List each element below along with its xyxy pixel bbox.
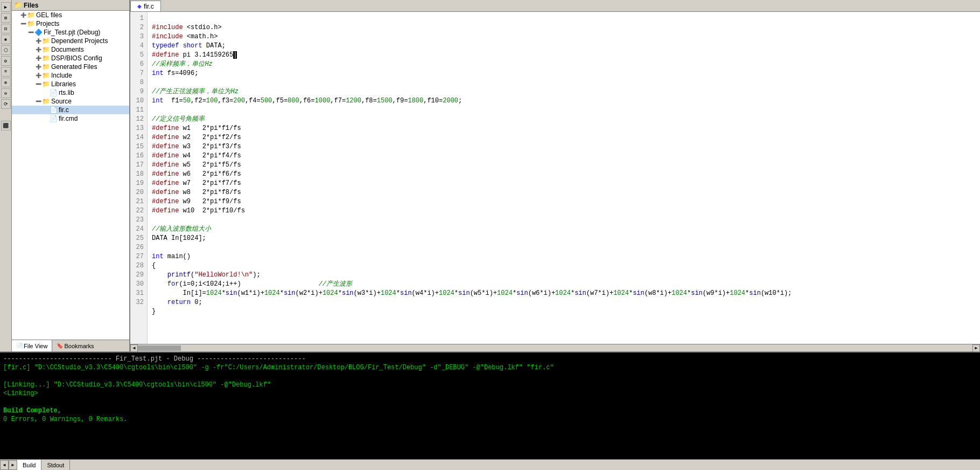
file-icon: 📄: [50, 106, 58, 114]
sidebar-icon-10[interactable]: ⟳: [1, 99, 11, 109]
file-tree-panel: 📁 Files ➕ 📁 GEL files ➖ 📁 Projects: [12, 0, 130, 351]
sidebar-icon-5[interactable]: ⬡: [1, 45, 11, 55]
sidebar-icon-2[interactable]: ⊞: [1, 13, 11, 23]
editor-tab-bar: ◆ fir.c: [130, 0, 980, 12]
bookmarks-icon: 🔖: [57, 343, 63, 349]
code-line-2: #include <math.h>: [152, 33, 218, 40]
folder-icon: 📁: [42, 98, 50, 105]
tree-item-generated-files[interactable]: ➕ 📁 Generated Files: [12, 63, 129, 71]
icon-sidebar: ▶ ⊞ ⊟ ✱ ⬡ ⚙ ≡ ⊕ ⊖ ⟳ ⬛: [0, 0, 12, 351]
tree-item-gel-files[interactable]: ➕ 📁 GEL files: [12, 11, 129, 19]
code-line-28: printf("HelloWorld!\n");: [152, 271, 261, 279]
editor-hscroll[interactable]: ◀ ▶: [130, 344, 980, 351]
file-view-label: File View: [24, 343, 47, 349]
tree-item-include[interactable]: ➕ 📁 Include: [12, 71, 129, 80]
documents-label: Documents: [51, 46, 84, 53]
console-line-6: [3, 398, 977, 406]
tree-item-fir-cmd[interactable]: 📄 fir.cmd: [12, 114, 129, 123]
expand-icon: ➖: [36, 99, 42, 104]
code-line-20: #define w9 2*pi*f9/fs: [152, 198, 241, 205]
tab-file-view[interactable]: 📄 File View: [12, 340, 52, 351]
sidebar-icon-4[interactable]: ✱: [1, 34, 11, 44]
sidebar-icon-3[interactable]: ⊟: [1, 24, 11, 33]
tab-bookmarks[interactable]: 🔖 Bookmarks: [52, 340, 98, 351]
file-icon: 📄: [50, 115, 58, 122]
code-line-23: //输入波形数组大小: [152, 225, 211, 233]
sidebar-icon-11[interactable]: ⬛: [1, 121, 11, 130]
tree-item-dep-projects[interactable]: ➕ 📁 Dependent Projects: [12, 37, 129, 45]
sidebar-icon-7[interactable]: ≡: [1, 67, 11, 77]
file-icon: 📄: [50, 89, 58, 96]
console-footer: ◀ ▶ Build Stdout: [0, 459, 980, 470]
code-line-21: #define w10 2*pi*f10/fs: [152, 207, 245, 215]
tree-item-fir-c[interactable]: 📄 fir.c: [12, 106, 129, 114]
sidebar-icon-6[interactable]: ⚙: [1, 56, 11, 66]
hscroll-track[interactable]: [138, 344, 972, 352]
file-tree-header: 📁 Files: [12, 0, 129, 11]
code-line-5: //采样频率，单位Hz: [152, 60, 213, 68]
line-numbers: 1 2 3 4 5 6 7 8 9 10 11 12 13 14 15 16 1…: [130, 12, 148, 344]
projects-label: Projects: [36, 20, 59, 27]
console-line-2: [fir.c] "D:\CCStudio_v3.3\C5400\cgtools\…: [3, 363, 977, 372]
console-line-1: ---------------------------- Fir_Test.pj…: [3, 355, 977, 363]
console-scroll-right[interactable]: ▶: [9, 460, 17, 470]
folder-icon: 📁: [42, 80, 50, 88]
console-text-4: [Linking...] "D:\CCStudio_v3.3\C5400\cgt…: [3, 381, 271, 389]
folder-icon: 📁: [42, 72, 50, 79]
tree-item-dsp-bios[interactable]: ➕ 📁 DSP/BIOS Config: [12, 54, 129, 63]
expand-icon: ➖: [36, 81, 42, 87]
console-text-5: <Linking>: [3, 390, 38, 397]
code-line-31: return 0;: [152, 299, 202, 306]
build-tab-label: Build: [23, 462, 36, 468]
console-content: ---------------------------- Fir_Test.pj…: [0, 353, 980, 459]
editor-tab-fir-c[interactable]: ◆ fir.c: [130, 1, 161, 11]
files-header-label: Files: [24, 2, 38, 9]
expand-icon: ➕: [20, 12, 27, 18]
editor-area: ◆ fir.c 1 2 3 4 5 6 7 8 9 10 11 12 13 14…: [130, 0, 980, 351]
tree-item-fir-test[interactable]: ➖ 🔷 Fir_Test.pjt (Debug): [12, 28, 129, 37]
console-scroll-left[interactable]: ◀: [0, 460, 9, 470]
sidebar-icon-8[interactable]: ⊕: [1, 78, 11, 87]
tree-item-source[interactable]: ➖ 📁 Source: [12, 97, 129, 106]
expand-icon: ➕: [36, 73, 42, 78]
code-line-32: }: [152, 308, 156, 315]
code-line-30: In[i]=1024*sin(w1*i)+1024*sin(w2*i)+1024…: [152, 289, 792, 297]
dsp-bios-label: DSP/BIOS Config: [51, 54, 102, 62]
tab-build[interactable]: Build: [17, 460, 41, 470]
console-line-4: [Linking...] "D:\CCStudio_v3.3\C5400\cgt…: [3, 381, 977, 389]
tab-stdout[interactable]: Stdout: [41, 460, 70, 470]
code-line-11: //定义信号角频率: [152, 115, 205, 123]
code-line-15: #define w4 2*pi*f4/fs: [152, 152, 241, 160]
file-view-icon: 📄: [16, 343, 23, 349]
generated-files-label: Generated Files: [51, 63, 97, 71]
hscroll-thumb[interactable]: [138, 345, 181, 351]
hscroll-right-btn[interactable]: ▶: [972, 344, 980, 352]
rts-lib-label: rts.lib: [59, 89, 74, 96]
dep-projects-label: Dependent Projects: [51, 37, 108, 45]
code-line-1: #include <stdio.h>: [152, 24, 222, 31]
app-container: ▶ ⊞ ⊟ ✱ ⬡ ⚙ ≡ ⊕ ⊖ ⟳ ⬛ 📁 Files: [0, 0, 980, 470]
tree-item-projects[interactable]: ➖ 📁 Projects: [12, 19, 129, 28]
hscroll-left-btn[interactable]: ◀: [130, 344, 138, 352]
tree-item-rts-lib[interactable]: 📄 rts.lib: [12, 88, 129, 97]
code-line-19: #define w8 2*pi*f8/fs: [152, 189, 241, 196]
editor-content[interactable]: 1 2 3 4 5 6 7 8 9 10 11 12 13 14 15 16 1…: [130, 12, 980, 344]
code-line-17: #define w6 2*pi*f6/fs: [152, 170, 241, 178]
code-content[interactable]: #include <stdio.h> #include <math.h> typ…: [148, 12, 980, 344]
tree-item-documents[interactable]: ➕ 📁 Documents: [12, 45, 129, 54]
expand-icon: ➖: [20, 21, 27, 26]
tree-item-libraries[interactable]: ➖ 📁 Libraries: [12, 80, 129, 88]
sidebar-icon-1[interactable]: ▶: [1, 2, 11, 12]
include-label: Include: [51, 72, 72, 79]
sidebar-icon-9[interactable]: ⊖: [1, 88, 11, 98]
code-line-29: for(i=0;i<1024;i++) //产生波形: [152, 280, 352, 288]
expand-icon: ➕: [36, 64, 42, 70]
code-line-13: #define w2 2*pi*f2/fs: [152, 134, 241, 141]
console-text-8: 0 Errors, 0 Warnings, 0 Remarks.: [3, 416, 127, 423]
folder-icon: 📁: [27, 20, 35, 27]
code-line-27: {: [152, 262, 156, 269]
code-line-6: int fs=4096;: [152, 70, 198, 77]
expand-icon: ➕: [36, 56, 42, 61]
expand-icon: ➕: [36, 38, 42, 44]
tab-filename: fir.c: [144, 3, 154, 10]
